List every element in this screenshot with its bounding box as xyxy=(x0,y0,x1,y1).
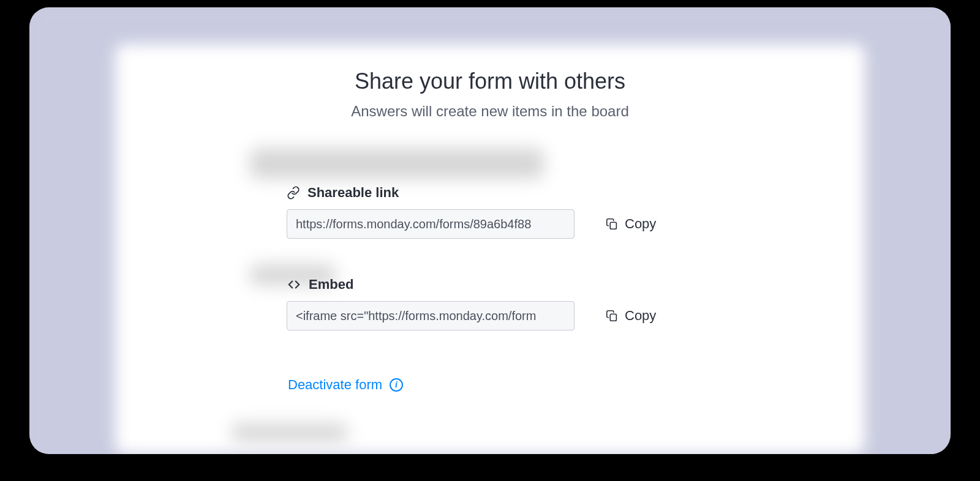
shareable-link-row: Copy xyxy=(287,209,728,239)
embed-row: Copy xyxy=(287,301,728,330)
embed-header: Embed xyxy=(287,277,728,293)
share-form-dialog: Share your form with others Answers will… xyxy=(29,7,951,454)
deactivate-form-label: Deactivate form xyxy=(288,377,382,393)
background-blob xyxy=(232,423,348,442)
dialog-title: Share your form with others xyxy=(251,69,729,94)
code-icon xyxy=(287,278,301,291)
copy-embed-button[interactable]: Copy xyxy=(603,304,658,327)
background-blob xyxy=(250,148,544,179)
embed-section: Embed Copy xyxy=(287,277,728,330)
svg-rect-1 xyxy=(610,314,616,321)
svg-rect-0 xyxy=(610,222,616,229)
copy-embed-label: Copy xyxy=(625,308,656,324)
dialog-header: Share your form with others Answers will… xyxy=(251,69,729,120)
embed-code-input[interactable] xyxy=(287,301,575,330)
deactivate-form-button[interactable]: Deactivate form i xyxy=(287,375,404,395)
copy-icon xyxy=(605,309,619,323)
link-icon xyxy=(287,186,300,199)
dialog-subtitle: Answers will create new items in the boa… xyxy=(251,103,729,120)
shareable-link-input[interactable] xyxy=(287,209,575,239)
info-icon[interactable]: i xyxy=(390,378,403,392)
copy-link-label: Copy xyxy=(625,216,656,232)
shareable-link-header: Shareable link xyxy=(287,185,728,201)
embed-label: Embed xyxy=(309,277,353,293)
shareable-link-section: Shareable link Copy xyxy=(287,185,728,239)
copy-link-button[interactable]: Copy xyxy=(603,212,658,236)
copy-icon xyxy=(605,217,619,231)
shareable-link-label: Shareable link xyxy=(307,185,399,201)
